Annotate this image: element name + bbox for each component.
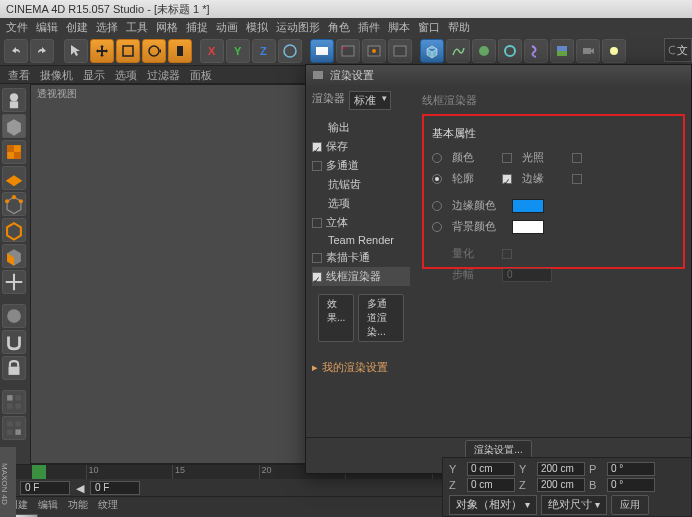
deformer-button[interactable]: [524, 39, 548, 63]
poly-mode-button[interactable]: [2, 244, 26, 268]
checkbox-icon[interactable]: [502, 153, 512, 163]
opt-options[interactable]: 选项: [312, 194, 410, 213]
dialog-titlebar[interactable]: 渲染设置: [306, 65, 691, 85]
checkbox-icon[interactable]: [572, 174, 582, 184]
mat-tab-func[interactable]: 功能: [68, 498, 88, 512]
right-mini-panel[interactable]: 文: [664, 38, 692, 62]
recent-tool[interactable]: [168, 39, 192, 63]
radio-icon[interactable]: [432, 174, 442, 184]
move-tool[interactable]: [90, 39, 114, 63]
coord-y-pos[interactable]: 0 cm: [467, 462, 515, 476]
axis-z-button[interactable]: Z: [252, 39, 276, 63]
apply-button[interactable]: 应用: [611, 495, 649, 515]
menu-mesh[interactable]: 网格: [156, 20, 178, 34]
cube-prim-button[interactable]: [420, 39, 444, 63]
env-button[interactable]: [550, 39, 574, 63]
opt-wireframe[interactable]: 线框渲染器: [312, 267, 410, 286]
menu-snap[interactable]: 捕捉: [186, 20, 208, 34]
coord-z-size[interactable]: 200 cm: [537, 478, 585, 492]
checkbox-icon[interactable]: [312, 272, 322, 282]
menu-sim[interactable]: 模拟: [246, 20, 268, 34]
menu-tools[interactable]: 工具: [126, 20, 148, 34]
opt-teamrender[interactable]: Team Render: [312, 232, 410, 248]
checkbox-icon[interactable]: [312, 253, 322, 263]
generator-button[interactable]: [498, 39, 522, 63]
checkbox-icon[interactable]: [312, 142, 322, 152]
menu-anim[interactable]: 动画: [216, 20, 238, 34]
menu-mograph[interactable]: 运动图形: [276, 20, 320, 34]
vtab-camera[interactable]: 摄像机: [40, 68, 73, 81]
render-pv-button[interactable]: [362, 39, 386, 63]
menu-edit[interactable]: 编辑: [36, 20, 58, 34]
opt-stereo[interactable]: 立体: [312, 213, 410, 232]
radio-icon[interactable]: [432, 222, 442, 232]
light-button[interactable]: [602, 39, 626, 63]
vtab-display[interactable]: 显示: [83, 68, 105, 81]
axis-x-button[interactable]: X: [200, 39, 224, 63]
menu-file[interactable]: 文件: [6, 20, 28, 34]
menu-window[interactable]: 窗口: [418, 20, 440, 34]
render-settings-button[interactable]: [388, 39, 412, 63]
renderer-dropdown[interactable]: 标准: [349, 91, 391, 110]
tl-key-field[interactable]: 0 F: [90, 481, 140, 495]
redo-button[interactable]: [30, 39, 54, 63]
axis-mode-button[interactable]: [2, 270, 26, 294]
scale-tool[interactable]: [116, 39, 140, 63]
make-editable-button[interactable]: [2, 88, 26, 112]
multipass-button[interactable]: 多通道渲染...: [358, 294, 404, 342]
menu-select[interactable]: 选择: [96, 20, 118, 34]
tweak-button[interactable]: [2, 304, 26, 328]
menu-create[interactable]: 创建: [66, 20, 88, 34]
mat-tab-tex[interactable]: 纹理: [98, 498, 118, 512]
lock-button[interactable]: [2, 356, 26, 380]
select-tool[interactable]: [64, 39, 88, 63]
v1-button[interactable]: [2, 390, 26, 414]
edge-color-swatch[interactable]: [512, 199, 544, 213]
snap-button[interactable]: [2, 330, 26, 354]
opt-sketch[interactable]: 素描卡通: [312, 248, 410, 267]
bg-color-swatch[interactable]: [512, 220, 544, 234]
menu-plugins[interactable]: 插件: [358, 20, 380, 34]
coord-p-rot[interactable]: 0 °: [607, 462, 655, 476]
point-mode-button[interactable]: [2, 192, 26, 216]
menu-script[interactable]: 脚本: [388, 20, 410, 34]
undo-button[interactable]: [4, 39, 28, 63]
texture-mode-button[interactable]: [2, 140, 26, 164]
my-render-settings[interactable]: 我的渲染设置: [312, 360, 410, 375]
workplane-button[interactable]: [2, 166, 26, 190]
camera-button[interactable]: [576, 39, 600, 63]
coord-y-size[interactable]: 200 cm: [537, 462, 585, 476]
checkbox-icon[interactable]: [312, 218, 322, 228]
spline-button[interactable]: [446, 39, 470, 63]
axis-y-button[interactable]: Y: [226, 39, 250, 63]
effect-button[interactable]: 效果...: [318, 294, 354, 342]
checkbox-icon[interactable]: [312, 161, 322, 171]
edge-mode-button[interactable]: [2, 218, 26, 242]
checkbox-icon[interactable]: [572, 153, 582, 163]
coord-b-rot[interactable]: 0 °: [607, 478, 655, 492]
coord-mode-dropdown[interactable]: 对象（相对） ▾: [449, 495, 537, 515]
model-mode-button[interactable]: [2, 114, 26, 138]
opt-output[interactable]: 输出: [312, 118, 410, 137]
coord-z-pos[interactable]: 0 cm: [467, 478, 515, 492]
menu-help[interactable]: 帮助: [448, 20, 470, 34]
opt-multipass[interactable]: 多通道: [312, 156, 410, 175]
vtab-filter[interactable]: 过滤器: [147, 68, 180, 81]
tl-key-icon[interactable]: ◀: [76, 482, 84, 495]
vtab-options[interactable]: 选项: [115, 68, 137, 81]
render-view-button[interactable]: [310, 39, 334, 63]
checkbox-icon[interactable]: [502, 174, 512, 184]
vtab-panel[interactable]: 面板: [190, 68, 212, 81]
timeline-playhead[interactable]: [32, 465, 46, 479]
opt-save[interactable]: 保存: [312, 137, 410, 156]
radio-icon[interactable]: [432, 153, 442, 163]
radio-icon[interactable]: [432, 201, 442, 211]
render-region-button[interactable]: [336, 39, 360, 63]
menu-char[interactable]: 角色: [328, 20, 350, 34]
vtab-view[interactable]: 查看: [8, 68, 30, 81]
rotate-tool[interactable]: [142, 39, 166, 63]
nurbs-button[interactable]: [472, 39, 496, 63]
size-mode-dropdown[interactable]: 绝对尺寸 ▾: [541, 495, 607, 515]
tl-start-field[interactable]: 0 F: [20, 481, 70, 495]
coord-sys-button[interactable]: [278, 39, 302, 63]
